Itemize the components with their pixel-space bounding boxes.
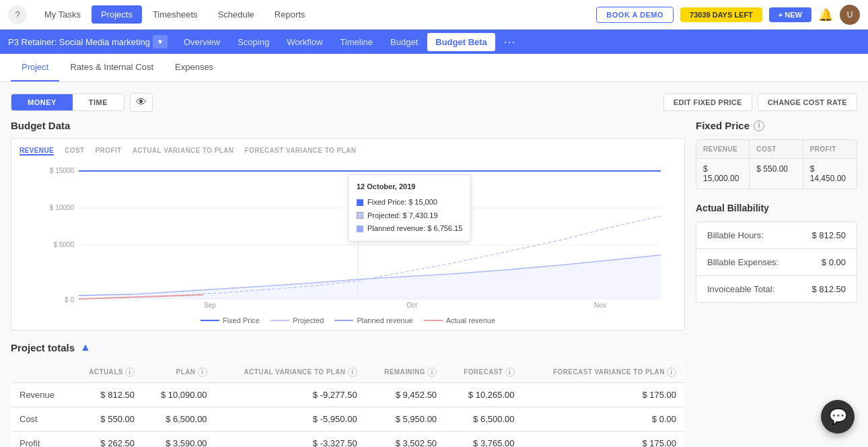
tooltip-dot-2 bbox=[357, 226, 363, 232]
project-totals-header: Project totals ▲ bbox=[11, 341, 685, 353]
fp-header-revenue: REVENUE bbox=[696, 140, 750, 158]
tooltip-label-1: Projected: $ 7,430.19 bbox=[367, 209, 438, 223]
row-cost-forecast-variance: $ 0.00 bbox=[523, 407, 685, 432]
row-cost-actuals: $ 550.00 bbox=[71, 407, 143, 432]
tooltip-dot-0 bbox=[357, 199, 363, 206]
info-actuals[interactable]: i bbox=[125, 368, 135, 377]
legend-profit[interactable]: PROFIT bbox=[96, 147, 122, 156]
project-dropdown-button[interactable]: ▾ bbox=[153, 35, 168, 48]
days-left-badge: 73039 DAYS LEFT bbox=[680, 7, 762, 22]
th-label bbox=[11, 362, 71, 383]
row-profit-forecast: $ 3,765.00 bbox=[445, 432, 522, 448]
project-totals-title: Project totals bbox=[11, 342, 75, 353]
line-planned-revenue bbox=[334, 320, 353, 321]
footer-actual-revenue: Actual revenue bbox=[424, 316, 495, 324]
tooltip-row-1: Projected: $ 7,430.19 bbox=[357, 209, 462, 223]
nav-item-projects[interactable]: Projects bbox=[92, 5, 142, 24]
left-panel: Budget Data REVENUE COST PROFIT ACTUAL V… bbox=[11, 120, 685, 447]
svg-text:$ 5000: $ 5000 bbox=[53, 241, 74, 248]
more-icon[interactable]: ⋯ bbox=[503, 34, 515, 49]
chart-area: $ 15000 $ 10000 $ 5000 $ 0 bbox=[20, 161, 676, 311]
eye-button[interactable]: 👁 bbox=[130, 93, 153, 112]
chart-footer: Fixed Price Projected Planned revenue Ac… bbox=[20, 316, 676, 324]
table-row-profit: Profit $ 262.50 $ 3,590.00 $ -3,327.50 $… bbox=[11, 432, 685, 448]
tooltip-title: 12 October, 2019 bbox=[357, 180, 462, 194]
nav-item-mytasks[interactable]: My Tasks bbox=[35, 5, 90, 24]
svg-text:$ 0: $ 0 bbox=[65, 296, 74, 304]
top-nav: ? My Tasks Projects Timesheets Schedule … bbox=[0, 0, 868, 30]
info-forecast[interactable]: i bbox=[505, 368, 515, 377]
fixed-price-table: REVENUE COST PROFIT $ 15,000.00 $ 550.00… bbox=[696, 139, 857, 189]
legend-revenue[interactable]: REVENUE bbox=[20, 147, 54, 156]
avatar[interactable]: U bbox=[840, 5, 860, 25]
main-nav: My Tasks Projects Timesheets Schedule Re… bbox=[35, 5, 314, 24]
edit-fixed-price-button[interactable]: EDIT FIXED PRICE bbox=[663, 94, 752, 111]
row-revenue-plan: $ 10,090.00 bbox=[143, 383, 215, 407]
fp-value-row: $ 15,000.00 $ 550.00 $ 14,450.00 bbox=[696, 158, 857, 188]
legend-cost[interactable]: COST bbox=[65, 147, 84, 156]
bill-label-hours: Billable Hours: bbox=[707, 230, 764, 240]
view-toggle: MONEY TIME bbox=[11, 94, 124, 111]
money-toggle-button[interactable]: MONEY bbox=[11, 94, 73, 110]
row-cost-forecast: $ 6,500.00 bbox=[445, 407, 522, 432]
project-tab-overview[interactable]: Overview bbox=[176, 33, 228, 51]
project-tab-budget[interactable]: Budget bbox=[382, 33, 426, 51]
nav-item-schedule[interactable]: Schedule bbox=[209, 5, 264, 24]
row-cost-actual-variance: $ -5,950.00 bbox=[215, 407, 365, 432]
project-tabs: Overview Scoping Workflow Timeline Budge… bbox=[176, 33, 495, 51]
time-toggle-button[interactable]: TIME bbox=[73, 94, 124, 110]
sub-tab-project[interactable]: Project bbox=[11, 54, 59, 81]
fixed-price-info-icon[interactable]: i bbox=[754, 121, 764, 131]
sub-tab-rates[interactable]: Rates & Internal Cost bbox=[59, 54, 164, 81]
row-revenue-forecast: $ 10,265.00 bbox=[445, 383, 522, 407]
footer-fixed-price-label: Fixed Price bbox=[223, 316, 260, 324]
line-actual-revenue bbox=[424, 320, 443, 321]
nav-item-reports[interactable]: Reports bbox=[265, 5, 315, 24]
action-buttons: EDIT FIXED PRICE CHANGE COST RATE bbox=[663, 94, 857, 111]
new-button[interactable]: + NEW bbox=[769, 7, 811, 22]
th-remaining: REMAINING i bbox=[365, 362, 445, 383]
fp-header-row: REVENUE COST PROFIT bbox=[696, 140, 857, 158]
fp-header-profit: PROFIT bbox=[803, 140, 857, 158]
sub-tab-expenses[interactable]: Expenses bbox=[164, 54, 224, 81]
legend-actual-variance[interactable]: ACTUAL VARIANCE TO PLAN bbox=[133, 147, 234, 156]
main-content: MONEY TIME 👁 EDIT FIXED PRICE CHANGE COS… bbox=[0, 82, 868, 447]
legend-forecast-variance[interactable]: FORECAST VARIANCE TO PLAN bbox=[245, 147, 357, 156]
nav-item-timesheets[interactable]: Timesheets bbox=[143, 5, 207, 24]
right-panel: Fixed Price i REVENUE COST PROFIT $ 15,0… bbox=[696, 120, 857, 447]
fp-value-profit: $ 14,450.00 bbox=[803, 158, 857, 188]
change-cost-rate-button[interactable]: CHANGE COST RATE bbox=[758, 94, 857, 111]
footer-fixed-price: Fixed Price bbox=[201, 316, 260, 324]
svg-text:Nov: Nov bbox=[594, 302, 606, 309]
th-plan: PLAN i bbox=[143, 362, 215, 383]
footer-projected-label: Projected bbox=[293, 316, 324, 324]
help-icon[interactable]: ? bbox=[8, 5, 27, 24]
line-fixed-price bbox=[201, 320, 219, 321]
tooltip-row-2: Planned revenue: $ 6,756.15 bbox=[357, 222, 462, 236]
th-forecast: FORECAST i bbox=[445, 362, 522, 383]
toggle-row: MONEY TIME 👁 EDIT FIXED PRICE CHANGE COS… bbox=[11, 93, 857, 112]
chat-bubble[interactable]: 💬 bbox=[821, 400, 855, 434]
book-demo-button[interactable]: BOOK A DEMO bbox=[596, 7, 674, 23]
project-tab-workflow[interactable]: Workflow bbox=[279, 33, 330, 51]
svg-text:$ 10000: $ 10000 bbox=[50, 204, 75, 211]
table-row-cost: Cost $ 550.00 $ 6,500.00 $ -5,950.00 $ 5… bbox=[11, 407, 685, 432]
info-remaining[interactable]: i bbox=[427, 368, 437, 377]
project-tab-scoping[interactable]: Scoping bbox=[229, 33, 277, 51]
info-actual-variance[interactable]: i bbox=[348, 368, 357, 377]
row-profit-forecast-variance: $ 175.00 bbox=[523, 432, 685, 448]
chart-legend: REVENUE COST PROFIT ACTUAL VARIANCE TO P… bbox=[20, 147, 676, 156]
info-forecast-variance[interactable]: i bbox=[667, 368, 676, 377]
row-profit-actual-variance: $ -3,327.50 bbox=[215, 432, 365, 448]
row-revenue-forecast-variance: $ 175.00 bbox=[523, 383, 685, 407]
bill-value-total: $ 812.50 bbox=[811, 284, 846, 294]
bell-icon[interactable]: 🔔 bbox=[818, 7, 833, 22]
project-tab-budget-beta[interactable]: Budget Beta bbox=[427, 33, 495, 51]
footer-projected: Projected bbox=[270, 316, 324, 324]
project-tab-timeline[interactable]: Timeline bbox=[332, 33, 381, 51]
collapse-icon[interactable]: ▲ bbox=[80, 341, 91, 353]
svg-text:Sep: Sep bbox=[204, 302, 216, 309]
info-plan[interactable]: i bbox=[198, 368, 207, 377]
tooltip-label-2: Planned revenue: $ 6,756.15 bbox=[367, 222, 462, 236]
fixed-price-title: Fixed Price bbox=[696, 120, 750, 131]
